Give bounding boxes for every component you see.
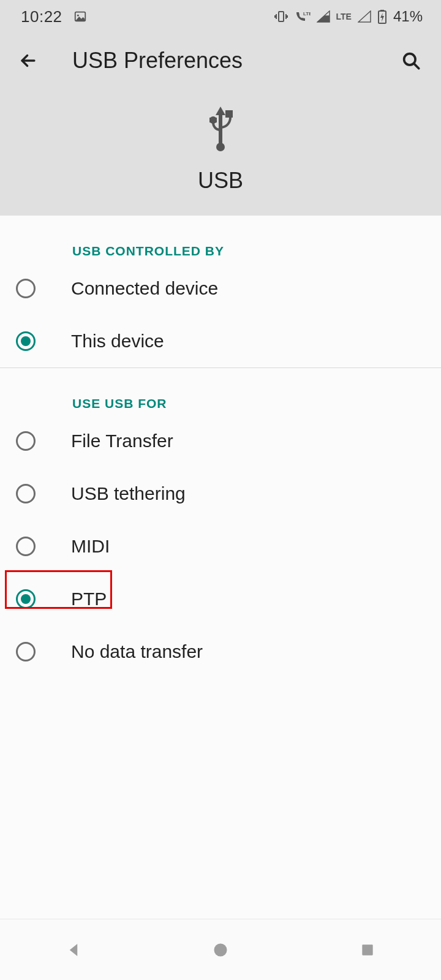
- radio-indicator: [16, 537, 36, 556]
- page-title: USB Preferences: [72, 48, 398, 74]
- svg-rect-2: [279, 12, 284, 21]
- radio-label: No data transfer: [71, 641, 203, 662]
- radio-indicator: [16, 589, 36, 609]
- hero-label: USB: [198, 168, 243, 194]
- radio-file-transfer[interactable]: File Transfer: [0, 415, 441, 467]
- nav-back-button[interactable]: [37, 935, 110, 965]
- radio-indicator: [16, 431, 36, 451]
- back-button[interactable]: [17, 50, 39, 72]
- content: USB CONTROLLED BY Connected device This …: [0, 216, 441, 678]
- radio-no-data-transfer[interactable]: No data transfer: [0, 625, 441, 678]
- radio-connected-device[interactable]: Connected device: [0, 262, 441, 315]
- radio-label: MIDI: [71, 536, 110, 557]
- battery-percent: 41%: [393, 8, 423, 25]
- usb-icon: [203, 102, 238, 156]
- battery-charging-icon: [377, 9, 387, 24]
- radio-midi[interactable]: MIDI: [0, 520, 441, 573]
- status-clock: 10:22: [21, 7, 62, 26]
- svg-point-11: [214, 943, 227, 956]
- radio-label: PTP: [71, 589, 107, 609]
- nav-home-button[interactable]: [184, 935, 257, 965]
- radio-indicator: [16, 642, 36, 662]
- status-bar: 10:22 LTE LTE 41%: [0, 0, 441, 33]
- radio-label: USB tethering: [71, 483, 186, 504]
- header-band: USB Preferences USB: [0, 33, 441, 216]
- signal-2-icon: [358, 10, 371, 23]
- svg-rect-5: [380, 10, 384, 12]
- search-button[interactable]: [398, 48, 424, 74]
- svg-point-9: [209, 116, 217, 124]
- status-left: 10:22: [21, 7, 87, 26]
- svg-text:LTE: LTE: [303, 11, 311, 17]
- radio-label: This device: [71, 331, 164, 352]
- radio-indicator: [16, 484, 36, 503]
- radio-indicator: [16, 279, 36, 298]
- app-bar: USB Preferences: [0, 33, 441, 80]
- section-header-use-for: USE USB FOR: [0, 368, 441, 415]
- navigation-bar: [0, 919, 441, 980]
- section-header-controlled-by: USB CONTROLLED BY: [0, 216, 441, 262]
- lte-text-icon: LTE: [336, 12, 352, 21]
- nav-recent-button[interactable]: [331, 935, 404, 965]
- svg-point-1: [77, 15, 78, 17]
- volte-call-icon: LTE: [295, 10, 311, 23]
- svg-rect-12: [362, 944, 372, 955]
- radio-label: File Transfer: [71, 431, 173, 451]
- radio-this-device[interactable]: This device: [0, 315, 441, 368]
- vibrate-icon: [274, 9, 288, 24]
- hero-section: USB: [0, 80, 441, 216]
- svg-rect-10: [225, 110, 233, 118]
- radio-label: Connected device: [71, 278, 218, 299]
- radio-indicator: [16, 331, 36, 351]
- status-right: LTE LTE 41%: [274, 8, 423, 25]
- signal-1-icon: [317, 10, 330, 23]
- radio-ptp[interactable]: PTP: [0, 573, 441, 625]
- image-icon: [74, 10, 87, 23]
- radio-usb-tethering[interactable]: USB tethering: [0, 467, 441, 520]
